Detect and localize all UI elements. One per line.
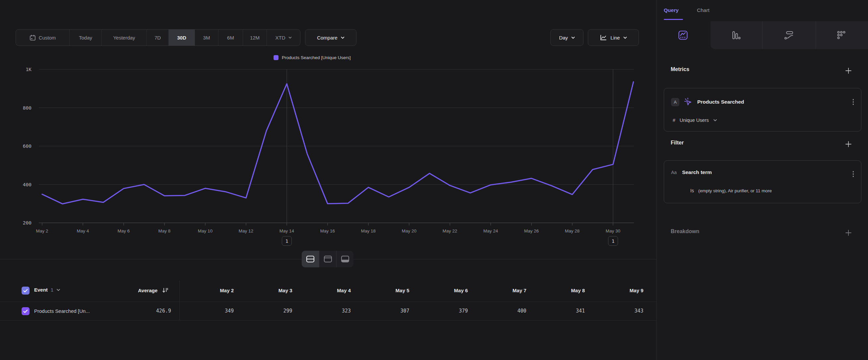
date-range-12m[interactable]: 12M bbox=[243, 30, 267, 46]
svg-text:May 16: May 16 bbox=[320, 228, 335, 233]
tab-chart[interactable]: Chart bbox=[697, 7, 710, 13]
split-view-icon bbox=[306, 255, 315, 263]
svg-text:May 4: May 4 bbox=[77, 228, 89, 233]
date-range-today[interactable]: Today bbox=[69, 30, 101, 46]
table-row-label: Products Searched [Un... bbox=[34, 308, 90, 314]
chart-type-tab-funnel[interactable] bbox=[822, 21, 861, 49]
chart-type-button[interactable]: Line bbox=[588, 29, 639, 46]
check-icon bbox=[23, 309, 28, 313]
check-icon bbox=[23, 289, 28, 293]
date-column-header[interactable]: May 7 bbox=[477, 287, 527, 293]
table-cell-value: 349 bbox=[184, 308, 234, 314]
filter-operator: Is bbox=[690, 188, 694, 193]
annotation-badge[interactable]: 1 bbox=[282, 236, 292, 246]
compare-button[interactable]: Compare bbox=[305, 29, 356, 46]
table-header-divider bbox=[0, 302, 657, 302]
svg-text:800: 800 bbox=[23, 105, 31, 111]
flow-chart-tab-icon bbox=[784, 30, 794, 40]
date-range-7d[interactable]: 7D bbox=[147, 30, 168, 46]
chart-type-tab-flow[interactable] bbox=[769, 21, 809, 49]
active-tab-underline bbox=[664, 19, 683, 20]
granularity-button[interactable]: Day bbox=[550, 29, 584, 46]
date-range-label: 6M bbox=[227, 35, 234, 40]
date-column-header[interactable]: May 8 bbox=[535, 287, 585, 293]
chevron-down-icon bbox=[341, 36, 344, 39]
chart-type-label: Line bbox=[610, 35, 620, 40]
bottom-panel-icon bbox=[341, 255, 349, 263]
date-column-header[interactable]: May 5 bbox=[360, 287, 409, 293]
tab-query[interactable]: Query bbox=[664, 7, 679, 13]
tabstrip-divider bbox=[816, 21, 816, 49]
row-checkbox[interactable] bbox=[22, 307, 30, 315]
layout-split-button[interactable] bbox=[302, 251, 319, 267]
breakdown-heading: Breakdown bbox=[671, 228, 699, 234]
date-range-label: XTD bbox=[276, 35, 285, 40]
svg-text:200: 200 bbox=[23, 220, 31, 225]
date-range-label: Yesterday bbox=[113, 35, 135, 40]
event-header-label: Event bbox=[34, 287, 48, 293]
metric-card[interactable]: A Products Searched # Unique Users bbox=[664, 88, 861, 132]
date-range-30d[interactable]: 30D bbox=[168, 30, 195, 46]
annotation-badge[interactable]: 1 bbox=[608, 236, 618, 246]
date-range-xtd[interactable]: XTD bbox=[267, 30, 300, 46]
add-filter-button[interactable] bbox=[844, 140, 852, 148]
event-header-group[interactable]: Event 1 bbox=[34, 287, 60, 293]
table-cell-value: 343 bbox=[594, 308, 644, 314]
series-color-swatch bbox=[274, 55, 279, 60]
bar-chart-tab-icon bbox=[732, 31, 741, 40]
measure-label: Unique Users bbox=[680, 117, 709, 123]
svg-text:400: 400 bbox=[23, 182, 31, 187]
date-column-header[interactable]: May 4 bbox=[301, 287, 351, 293]
date-column-header[interactable]: May 2 bbox=[184, 287, 234, 293]
table-cell-value: 400 bbox=[477, 308, 527, 314]
add-metric-button[interactable] bbox=[844, 67, 852, 75]
hash-icon: # bbox=[673, 117, 675, 123]
date-range-segmented-control: CustomTodayYesterday7D30D3M6M12MXTD bbox=[16, 29, 300, 46]
add-breakdown-button[interactable] bbox=[844, 229, 852, 237]
measure-selector[interactable]: # Unique Users bbox=[673, 117, 717, 123]
filter-property-name: Search term bbox=[682, 169, 712, 175]
select-all-checkbox[interactable] bbox=[22, 286, 30, 295]
filter-value-summary: (empty string), Air purifier, or 11 more bbox=[698, 188, 772, 193]
table-cell-value: 379 bbox=[418, 308, 468, 314]
chart-type-tab-bar[interactable] bbox=[716, 21, 756, 49]
chevron-down-icon bbox=[571, 36, 575, 39]
granularity-label: Day bbox=[559, 35, 568, 40]
top-panel-icon bbox=[323, 255, 332, 263]
svg-text:May 8: May 8 bbox=[158, 228, 171, 233]
date-range-6m[interactable]: 6M bbox=[218, 30, 243, 46]
date-column-header[interactable]: May 6 bbox=[418, 287, 468, 293]
metric-letter-badge: A bbox=[671, 98, 679, 106]
compare-label: Compare bbox=[317, 35, 338, 40]
table-cell-value: 299 bbox=[243, 308, 292, 314]
chart-type-tab-line[interactable] bbox=[663, 21, 703, 49]
svg-text:1K: 1K bbox=[26, 67, 32, 72]
filter-card[interactable]: Aa Search term Is (empty string), Air pu… bbox=[664, 160, 861, 203]
layout-table-only-button[interactable] bbox=[336, 251, 353, 267]
date-range-yesterday[interactable]: Yesterday bbox=[101, 30, 147, 46]
svg-text:May 14: May 14 bbox=[279, 228, 294, 233]
table-cell-value: 323 bbox=[301, 308, 351, 314]
svg-text:May 12: May 12 bbox=[239, 228, 253, 233]
svg-text:May 20: May 20 bbox=[402, 228, 416, 233]
tabstrip-divider bbox=[762, 21, 763, 49]
filter-kebab-menu[interactable] bbox=[853, 171, 854, 177]
sort-icon[interactable] bbox=[162, 287, 169, 293]
date-range-custom[interactable]: Custom bbox=[16, 30, 69, 46]
chevron-down-icon bbox=[56, 288, 60, 291]
svg-text:May 24: May 24 bbox=[484, 228, 498, 233]
chart-legend: Products Searched [Unique Users] bbox=[274, 55, 351, 60]
average-column-header[interactable]: Average bbox=[110, 287, 157, 293]
date-column-header[interactable]: May 3 bbox=[243, 287, 292, 293]
event-count: 1 bbox=[51, 287, 53, 293]
line-chart[interactable]: 1K800600400200May 2May 4May 6May 8May 10… bbox=[0, 65, 656, 251]
svg-text:May 10: May 10 bbox=[198, 228, 213, 233]
chart-workspace: CustomTodayYesterday7D30D3M6M12MXTD Comp… bbox=[0, 0, 657, 360]
filter-condition[interactable]: Is (empty string), Air purifier, or 11 m… bbox=[690, 188, 772, 193]
date-range-label: 30D bbox=[177, 35, 186, 40]
date-range-3m[interactable]: 3M bbox=[195, 30, 218, 46]
table-cell-value: 341 bbox=[535, 308, 585, 314]
date-column-header[interactable]: May 9 bbox=[594, 287, 644, 293]
metric-kebab-menu[interactable] bbox=[853, 99, 854, 105]
layout-chart-only-button[interactable] bbox=[319, 251, 336, 267]
